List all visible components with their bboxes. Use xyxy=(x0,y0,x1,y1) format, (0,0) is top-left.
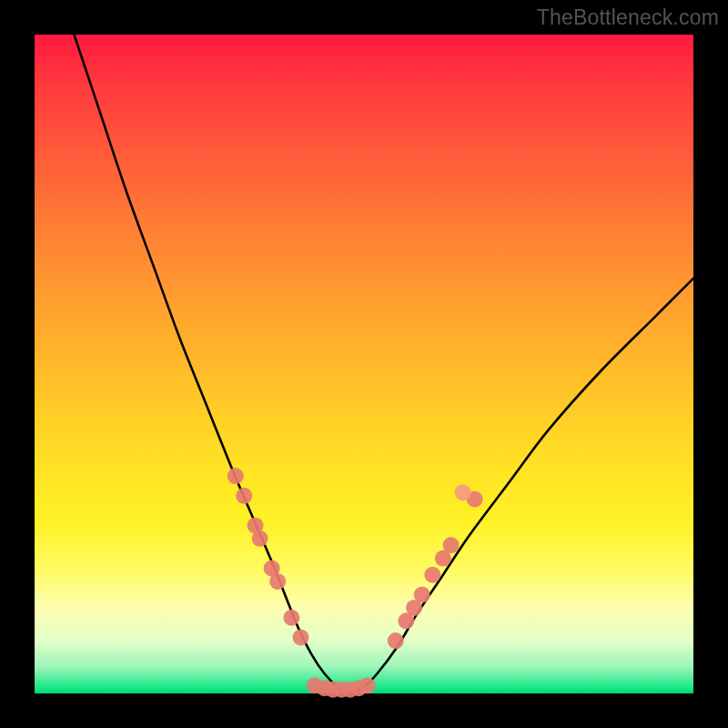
chart-frame: TheBottleneck.com xyxy=(0,0,728,728)
marker-dot xyxy=(359,677,376,693)
plot-area xyxy=(35,35,693,693)
chart-svg xyxy=(35,35,693,693)
watermark-text: TheBottleneck.com xyxy=(537,5,719,30)
marker-dot xyxy=(228,468,244,484)
marker-dot xyxy=(283,610,299,626)
curve-group xyxy=(74,35,693,693)
marker-dot xyxy=(443,537,460,553)
scatter-markers xyxy=(228,468,483,698)
marker-dot xyxy=(269,573,286,590)
marker-dot xyxy=(424,567,440,583)
marker-dot xyxy=(388,632,404,649)
marker-dot xyxy=(236,488,252,504)
marker-dot xyxy=(455,484,471,500)
marker-dot xyxy=(414,586,430,602)
bottleneck-curve xyxy=(74,35,693,693)
marker-dot xyxy=(252,531,268,547)
marker-dot xyxy=(293,629,309,645)
